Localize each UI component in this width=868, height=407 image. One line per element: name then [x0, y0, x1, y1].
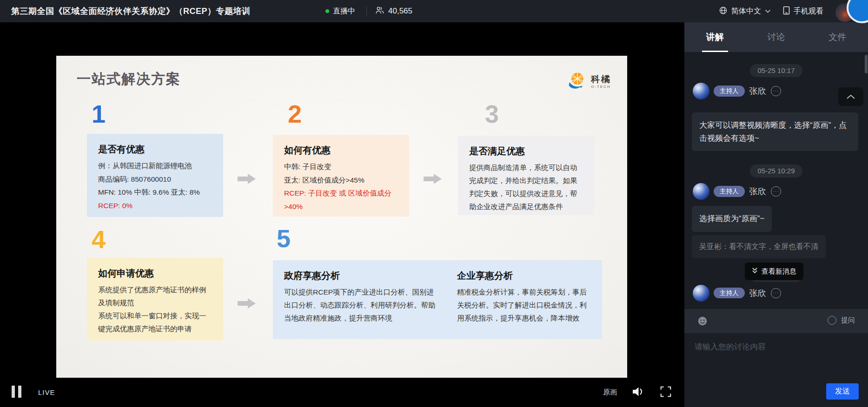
quality-button[interactable]: 原画 [603, 388, 617, 397]
step-number-3: 3 [485, 101, 499, 126]
scroll-up-button[interactable] [838, 87, 863, 106]
emoji-icon[interactable] [697, 316, 708, 328]
chat-timestamp: 05-25 10:29 [750, 164, 802, 177]
more-icon[interactable]: ··· [771, 186, 781, 197]
language-selector[interactable]: 简体中文 [719, 6, 771, 17]
pause-button[interactable] [12, 386, 21, 398]
host-badge: 主持人 [714, 186, 745, 197]
mobile-view-button[interactable]: 手机观看 [783, 6, 823, 17]
brand-logo: 科橘 O-TECH [567, 71, 611, 93]
slide-step-4-box: 如何申请优惠 系统提供了优惠原产地证书的样例及填制规范 系统可以和单一窗口对接，… [87, 258, 223, 341]
slide-step-3-box: 是否满足优惠 提供商品制造清单，系统可以自动完成判定，并给出判定结果。如果判定失… [458, 136, 594, 215]
step-number-1: 1 [92, 101, 106, 126]
avatar [693, 285, 709, 302]
player-controls: LIVE 原画 [0, 377, 684, 407]
live-status-badge: 直播中 [325, 7, 355, 16]
chat-timestamp: 05-25 10:17 [750, 64, 802, 77]
logo-icon [567, 71, 587, 93]
user-name: 张欣 [749, 186, 766, 197]
slide-step-2-box: 如何有优惠 中韩: 子目改变 亚太: 区域价值成分>45% RCEP: 子目改变… [273, 135, 409, 217]
chat-message-bubble: 选择画质为“原画”~ [692, 206, 772, 232]
chat-quote-bubble: 吴亚彬：看不清文字，全屏也看不清 [692, 235, 826, 258]
arrow-right-icon [238, 173, 256, 185]
slide-content: 一站式解决方案 科橘 O-TECH [56, 56, 627, 378]
composer: 发送 [684, 333, 868, 407]
more-icon[interactable]: ··· [771, 86, 781, 96]
viewer-count: 40,565 [375, 5, 412, 18]
globe-icon [719, 6, 728, 17]
panel-tabs: 讲解 讨论 文件 [684, 22, 868, 52]
ask-question-toggle[interactable]: 提问 [828, 316, 855, 325]
step-number-5: 5 [277, 226, 291, 251]
discussion-input[interactable] [684, 333, 868, 380]
page-title: 第三期全国《区域全面经济伙伴关系协定》（RCEP）专题培训 [11, 6, 251, 17]
app-window: 第三期全国《区域全面经济伙伴关系协定》（RCEP）专题培训 直播中 40,565 [0, 0, 868, 407]
user-name: 张欣 [749, 85, 766, 97]
fullscreen-icon[interactable] [660, 386, 672, 399]
tab-explain[interactable]: 讲解 [684, 22, 746, 52]
phone-icon [783, 6, 790, 17]
live-indicator: LIVE [38, 388, 55, 396]
arrow-right-icon [238, 297, 256, 309]
tab-discussion[interactable]: 讨论 [746, 22, 807, 52]
slide-step-1-box: 是否有优惠 例：从韩国进口新能源锂电池 商品编码: 8507600010 MFN… [87, 134, 223, 217]
radio-circle-icon [828, 316, 836, 325]
live-dot-icon [325, 9, 329, 13]
view-new-messages-button[interactable]: 查看新消息 [745, 263, 803, 280]
step-number-2: 2 [288, 101, 302, 126]
more-icon[interactable]: ··· [771, 288, 781, 298]
scrollbar[interactable] [865, 55, 868, 73]
chat-user-row: 主持人 张欣 ··· [693, 284, 868, 302]
host-badge: 主持人 [714, 85, 745, 97]
avatar [693, 183, 709, 200]
composer-toolbar: 提问 [684, 309, 868, 333]
step-number-4: 4 [92, 227, 106, 252]
chevron-down-icon [765, 7, 771, 15]
volume-icon[interactable] [631, 386, 645, 400]
host-badge: 主持人 [714, 288, 745, 299]
video-player[interactable]: 一站式解决方案 科橘 O-TECH [0, 22, 684, 407]
user-name: 张欣 [749, 288, 766, 299]
viewers-icon [375, 5, 385, 18]
slide-title: 一站式解决方案 [77, 70, 181, 89]
arrow-right-icon [424, 173, 442, 185]
top-bar: 第三期全国《区域全面经济伙伴关系协定》（RCEP）专题培训 直播中 40,565 [0, 0, 868, 22]
chat-message-bubble: 大家可以调整视频清晰度，选择“原画”，点击视频会有选项~ [692, 112, 858, 151]
divider [366, 7, 367, 16]
slide-step-5-box: 政府享惠分析 可以提供RCEP项下的产业进出口分析、国别进出口分析、动态跟踪分析… [273, 260, 602, 339]
avatar [693, 83, 709, 99]
double-chevron-down-icon [752, 267, 758, 276]
chat-user-row: 主持人 张欣 ··· [693, 182, 868, 201]
send-button[interactable]: 发送 [826, 383, 859, 400]
tab-files[interactable]: 文件 [807, 22, 868, 52]
side-panel: 讲解 讨论 文件 05-25 10:17 主持人 张欣 ··· 大家可以调整视频… [684, 22, 868, 407]
